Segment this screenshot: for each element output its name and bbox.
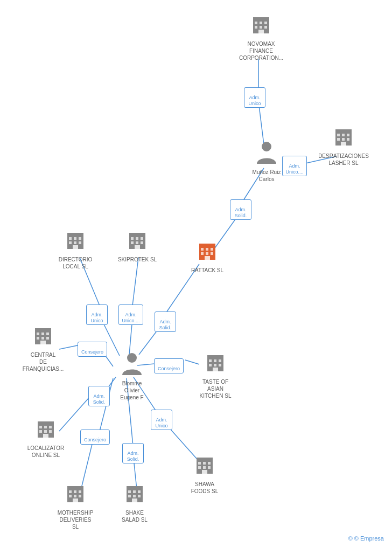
badge-adm-solid-blomme[interactable]: Adm. Solid.: [155, 311, 176, 332]
svg-rect-37: [337, 138, 340, 141]
skiprotek-node[interactable]: SKIPROTEK SL: [116, 231, 159, 263]
svg-rect-103: [74, 495, 76, 497]
shawa-node[interactable]: SHAWA FOODS SL: [180, 455, 229, 495]
rattack-node[interactable]: RATTACK SL: [186, 241, 229, 274]
skiprotek-label: SKIPROTEK SL: [118, 256, 157, 263]
svg-rect-122: [208, 466, 211, 469]
mothership-node[interactable]: MOTHERSHIP DELIVERIES SL: [51, 484, 100, 530]
svg-rect-40: [341, 142, 346, 146]
novomax-label: NOVOMAX FINANCE CORPORATION...: [239, 40, 283, 61]
svg-rect-55: [79, 237, 81, 240]
rattack-label: RATTACK SL: [191, 267, 223, 274]
svg-rect-104: [79, 495, 81, 497]
svg-rect-78: [40, 341, 46, 344]
svg-rect-67: [141, 241, 143, 244]
svg-rect-74: [46, 333, 49, 335]
skiprotek-icon: [127, 231, 148, 254]
shawa-icon: [194, 455, 215, 479]
svg-rect-62: [131, 237, 134, 240]
shakesalad-node[interactable]: SHAKE SALAD SL: [113, 484, 156, 523]
badge-adm-unico-novomax[interactable]: Adm. Unico: [244, 87, 265, 108]
desratizaciones-icon: [333, 127, 354, 151]
svg-rect-33: [335, 129, 352, 133]
svg-rect-63: [136, 237, 138, 240]
svg-rect-31: [258, 30, 264, 33]
svg-rect-120: [198, 466, 201, 469]
svg-rect-56: [69, 241, 72, 244]
desratizaciones-node[interactable]: DESRATIZACIONES LASHER SL: [317, 127, 370, 167]
badge-consejero-taste[interactable]: Consejero: [154, 358, 184, 373]
badge-adm-solid-shake[interactable]: Adm. Solid.: [122, 443, 144, 463]
badge-adm-unico-skiprotek[interactable]: Adm. Unico....: [118, 304, 143, 325]
svg-rect-93: [39, 430, 42, 433]
svg-rect-108: [128, 490, 131, 493]
directorio-label: DIRECTORIO LOCAL SL: [59, 256, 93, 270]
badge-adm-solid-localizator[interactable]: Adm. Solid.: [88, 386, 110, 406]
watermark-text: © Empresa: [354, 535, 384, 542]
svg-rect-96: [43, 434, 48, 438]
svg-rect-53: [69, 237, 72, 240]
svg-rect-99: [69, 490, 72, 493]
badge-adm-unico-directorio[interactable]: Adm. Unico: [86, 304, 108, 325]
mothership-icon: [65, 484, 86, 508]
svg-rect-87: [213, 368, 218, 371]
svg-rect-89: [38, 421, 54, 425]
novomax-node[interactable]: NOVOMAX FINANCE CORPORATION...: [237, 15, 285, 61]
svg-rect-81: [209, 359, 212, 362]
munoz-icon: [256, 140, 277, 167]
svg-rect-46: [211, 248, 213, 251]
badge-consejero-localizator[interactable]: Consejero: [80, 430, 110, 445]
svg-rect-112: [133, 495, 136, 497]
svg-point-69: [127, 353, 137, 363]
svg-rect-68: [135, 245, 140, 249]
localizator-node[interactable]: LOCALIZATOR ONLINE SL: [22, 419, 70, 459]
svg-point-41: [262, 142, 271, 151]
central-icon: [33, 326, 53, 350]
svg-rect-102: [69, 495, 72, 497]
svg-rect-98: [67, 486, 83, 489]
svg-rect-111: [128, 495, 131, 497]
badge-consejero-central[interactable]: Consejero: [78, 342, 107, 357]
svg-rect-45: [206, 248, 208, 251]
svg-rect-95: [49, 430, 52, 433]
directorio-node[interactable]: DIRECTORIO LOCAL SL: [54, 231, 97, 270]
taste-icon: [205, 353, 226, 377]
mothership-label: MOTHERSHIP DELIVERIES SL: [58, 509, 94, 530]
svg-rect-121: [203, 466, 206, 469]
svg-rect-83: [219, 359, 221, 362]
svg-rect-48: [206, 252, 208, 255]
svg-rect-49: [211, 252, 213, 255]
munoz-node[interactable]: Muñoz Ruiz Carlos: [245, 140, 288, 183]
svg-rect-116: [197, 458, 213, 461]
svg-rect-35: [342, 134, 345, 136]
taste-node[interactable]: TASTE OF ASIAN KITCHEN SL: [191, 353, 240, 399]
svg-rect-91: [44, 426, 47, 428]
svg-rect-61: [129, 233, 145, 236]
diagram: NOVOMAX FINANCE CORPORATION... DESRATIZA…: [0, 0, 392, 547]
svg-rect-94: [44, 430, 47, 433]
svg-rect-66: [136, 241, 138, 244]
svg-rect-84: [209, 364, 212, 366]
svg-rect-75: [37, 337, 39, 340]
svg-rect-85: [214, 364, 216, 366]
svg-rect-27: [264, 22, 267, 24]
badge-adm-unico-shawa[interactable]: Adm. Unico: [151, 410, 172, 430]
svg-rect-24: [253, 17, 269, 20]
svg-rect-73: [41, 333, 44, 335]
central-node[interactable]: CENTRAL DE FRANQUICIAS...: [22, 326, 65, 372]
svg-rect-117: [198, 462, 201, 465]
svg-rect-90: [39, 426, 42, 428]
svg-rect-54: [74, 237, 76, 240]
badge-adm-solid-rattack[interactable]: Adm. Solid.: [230, 199, 251, 220]
svg-rect-50: [205, 256, 210, 260]
svg-rect-82: [214, 359, 216, 362]
svg-rect-113: [138, 495, 141, 497]
badge-adm-unico-desrat[interactable]: Adm. Unico....: [282, 156, 307, 176]
svg-rect-92: [49, 426, 52, 428]
svg-rect-101: [79, 490, 81, 493]
svg-rect-110: [138, 490, 141, 493]
blomme-node[interactable]: Blomme Olivier Eugene F: [110, 351, 153, 401]
svg-rect-114: [132, 498, 137, 502]
svg-rect-36: [347, 134, 349, 136]
svg-rect-58: [79, 241, 81, 244]
